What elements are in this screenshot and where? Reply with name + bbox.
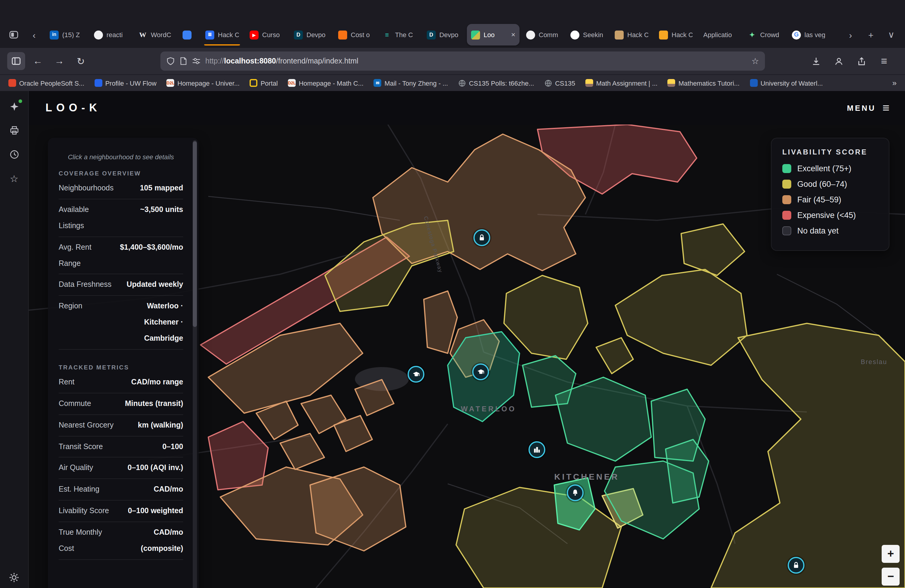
app-logo: LOO-K — [46, 102, 101, 114]
poi-marker-lock[interactable] — [788, 557, 805, 574]
bookmarks-star-icon[interactable]: ☆ — [8, 172, 20, 184]
scroll-tabs-right-button[interactable]: › — [841, 26, 859, 44]
tab-devpost-1[interactable]: DDevpo — [290, 24, 332, 46]
legend-swatch-fair — [782, 195, 791, 204]
tracking-shield-icon[interactable] — [167, 57, 175, 65]
tab-linkedin[interactable]: in(15) Z — [46, 24, 87, 46]
site-info-icon[interactable] — [179, 57, 187, 65]
github-icon — [94, 30, 103, 39]
history-clock-icon[interactable] — [8, 148, 20, 161]
tab-hackclub-2[interactable]: Hack C — [611, 24, 653, 46]
tab-seeking[interactable]: Seekin — [566, 24, 608, 46]
metric-row: CommuteMinutes (transit) — [59, 393, 183, 415]
youtube-icon: ▶ — [249, 30, 259, 39]
tab-hackclub-3[interactable]: Hack C — [655, 24, 697, 46]
reload-button[interactable]: ↻ — [72, 52, 90, 70]
settings-gear-icon[interactable] — [8, 571, 20, 583]
uwflow-icon — [95, 79, 102, 87]
poi-marker-lock[interactable] — [473, 229, 490, 246]
bookmark-item[interactable]: CS135 — [545, 79, 575, 87]
url-bar[interactable]: http://localhost:8080/frontend/map/index… — [160, 51, 765, 71]
tab-crowd[interactable]: ✦Crowd — [743, 24, 785, 46]
app-menu-icon[interactable]: ≡ — [875, 52, 893, 70]
w-icon: W — [138, 30, 147, 39]
legend-item: Expensive (<45) — [782, 211, 878, 220]
ai-chat-icon[interactable] — [8, 100, 20, 113]
portal-icon — [250, 79, 258, 87]
url-text[interactable]: http://localhost:8080/frontend/map/index… — [205, 57, 747, 65]
metric-row: RentCAD/mo range — [59, 372, 183, 393]
outlook-icon: ✉ — [374, 79, 381, 87]
crest-icon — [585, 79, 593, 87]
firefox-view-icon[interactable] — [5, 26, 23, 44]
tab-loo-k-active[interactable]: Loo× — [467, 24, 519, 46]
tab-github-comm[interactable]: Comm — [522, 24, 564, 46]
orange-site-icon — [338, 30, 347, 39]
permissions-sliders-icon[interactable] — [192, 57, 200, 65]
bookmark-item[interactable]: ✉Mail - Tony Zheng - ... — [374, 79, 448, 87]
navigation-toolbar: ← → ↻ http://localhost:8080/frontend/map… — [0, 48, 905, 74]
tab-hackclub-1[interactable]: ≣Hack C — [201, 24, 243, 46]
crest-icon — [668, 79, 675, 87]
panel-hint: Click a neighbourhood to see details — [59, 153, 183, 161]
tab-youtube-cursor[interactable]: ▶Curso — [245, 24, 287, 46]
tab-github-react[interactable]: reacti — [90, 24, 132, 46]
hamburger-icon: ≡ — [883, 102, 889, 114]
bookmark-item[interactable]: Portal — [250, 79, 278, 87]
poi-marker-bell[interactable] — [567, 485, 584, 501]
legend-swatch-expensive — [782, 211, 791, 220]
tab-application[interactable]: Applicatio — [699, 24, 741, 46]
tab-devpost-2[interactable]: DDevpo — [422, 24, 464, 46]
bookmark-item[interactable]: CS135 Polls: t66zhe... — [458, 79, 534, 87]
menu-button[interactable]: MENU ≡ — [847, 102, 889, 114]
new-tab-button[interactable]: + — [862, 26, 880, 44]
bookmark-item[interactable]: Math Assignment | ... — [585, 79, 657, 87]
zoom-out-button[interactable]: − — [882, 567, 900, 586]
bookmark-item[interactable]: D2LHomepage - Univer... — [167, 79, 240, 87]
devpost-icon: D — [427, 30, 436, 39]
share-icon[interactable] — [852, 52, 870, 70]
green-sparkle-icon: ✦ — [748, 30, 757, 39]
bookmark-item[interactable]: D2LHomepage - Math C... — [288, 79, 363, 87]
tab-the-c[interactable]: ≡The C — [378, 24, 420, 46]
tab-cost[interactable]: Cost o — [334, 24, 376, 46]
stat-row: Neighbourhoods105 mapped — [59, 178, 183, 199]
sidebar-toggle-button[interactable] — [7, 52, 25, 70]
poi-marker-school[interactable] — [408, 366, 424, 383]
tab-wordcount[interactable]: WWordC — [134, 24, 176, 46]
tab-list-dropdown[interactable]: ∨ — [882, 26, 900, 44]
tab-pinned-blue[interactable] — [178, 24, 199, 46]
globe-icon — [545, 79, 552, 87]
bookmark-item[interactable]: Oracle PeopleSoft S... — [8, 79, 84, 87]
toolbar-right-icons: ≡ — [807, 52, 893, 70]
poi-marker-school[interactable] — [472, 364, 489, 380]
legend-item: Excellent (75+) — [782, 164, 878, 173]
printer-icon[interactable] — [8, 124, 20, 137]
downloads-icon[interactable] — [807, 52, 825, 70]
tab-las-vegas[interactable]: Glas veg — [788, 24, 830, 46]
d2l-icon: D2L — [288, 79, 296, 87]
poi-marker-city[interactable] — [529, 441, 545, 458]
zoom-in-button[interactable]: + — [882, 545, 900, 563]
account-icon[interactable] — [830, 52, 848, 70]
metric-row: Transit Score0–100 — [59, 436, 183, 458]
browser-window: ‹ in(15) Z reacti WWordC ≣Hack C ▶Curso … — [0, 0, 905, 588]
tan-site-icon — [615, 30, 624, 39]
bookmarks-overflow-chevron[interactable]: » — [892, 78, 897, 87]
close-tab-icon[interactable]: × — [511, 30, 515, 39]
panel-scrollbar-thumb[interactable] — [193, 141, 197, 327]
bookmark-star-icon[interactable]: ☆ — [751, 56, 759, 66]
forward-button[interactable]: → — [50, 52, 68, 70]
back-button[interactable]: ← — [29, 52, 47, 70]
status-dot — [18, 99, 22, 103]
bookmark-item[interactable]: Profile - UW Flow — [95, 79, 157, 87]
stat-row: RegionWaterloo · Kitchener · Cambridge — [59, 296, 183, 350]
map-canvas[interactable]: WATERLOO KITCHENER Breslau Conestoga Par… — [29, 124, 905, 588]
section-title: COVERAGE OVERVIEW — [59, 170, 183, 176]
legend-item: No data yet — [782, 226, 878, 235]
bookmark-item[interactable]: University of Waterl... — [750, 79, 823, 87]
teal-lines-icon: ≡ — [383, 30, 391, 39]
bookmark-item[interactable]: Mathematics Tutori... — [668, 79, 740, 87]
scroll-tabs-left-button[interactable]: ‹ — [25, 26, 43, 44]
waterloo-site-icon — [750, 79, 757, 87]
